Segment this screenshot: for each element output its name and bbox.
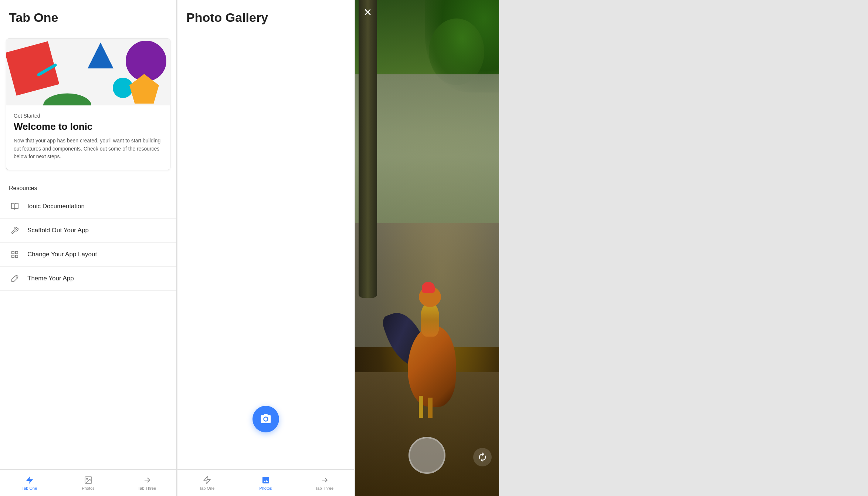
tab1-tab-photos[interactable]: Photos	[59, 470, 118, 496]
svg-marker-5	[26, 476, 33, 484]
tab2-tab-three[interactable]: Tab Three	[295, 470, 354, 496]
camera-background	[355, 0, 499, 496]
hero-illustration	[6, 39, 170, 105]
hero-content: Get Started Welcome to Ionic Now that yo…	[6, 105, 170, 170]
rooster-silhouette	[400, 274, 467, 407]
resource-item-layout[interactable]: Change Your App Layout	[0, 243, 176, 267]
resource-label-docs: Ionic Documentation	[27, 203, 85, 210]
tree-trunk	[359, 0, 377, 298]
resource-label-layout: Change Your App Layout	[27, 251, 97, 258]
shape-purple-circle	[126, 41, 166, 81]
svg-rect-1	[16, 252, 18, 254]
tab1-label-photos: Photos	[82, 486, 94, 490]
book-icon	[9, 200, 21, 212]
tab1-label-one: Tab One	[22, 486, 37, 490]
panel-camera: ✕	[355, 0, 499, 496]
shape-cyan-circle	[113, 78, 133, 98]
panel2-title: Photo Gallery	[186, 10, 345, 25]
svg-rect-0	[12, 252, 14, 254]
close-icon: ✕	[363, 7, 372, 18]
tab2-label-one: Tab One	[199, 486, 215, 490]
rooster-leg2	[428, 398, 433, 418]
tab-bar-2: Tab One Photos Tab Three	[177, 469, 354, 496]
svg-rect-3	[16, 255, 18, 257]
wrench-icon	[9, 225, 21, 236]
camera-close-button[interactable]: ✕	[361, 6, 374, 19]
paint-icon	[9, 273, 21, 284]
grid-icon	[9, 249, 21, 260]
rooster-comb	[422, 282, 435, 293]
hero-card: Get Started Welcome to Ionic Now that yo…	[6, 38, 170, 170]
tab2-label-three: Tab Three	[315, 486, 333, 490]
svg-line-4	[16, 277, 17, 278]
gallery-body	[177, 31, 354, 469]
panel1-header: Tab One	[0, 0, 176, 31]
svg-marker-8	[204, 476, 210, 484]
tab1-label-three: Tab Three	[138, 486, 156, 490]
hero-desc: Now that your app has been created, you'…	[14, 137, 163, 161]
tab-bar-1: Tab One Photos Tab Three	[0, 469, 176, 496]
svg-rect-2	[12, 255, 14, 257]
camera-flip-button[interactable]	[473, 448, 492, 466]
resource-item-scaffold[interactable]: Scaffold Out Your App	[0, 219, 176, 243]
tab1-tab-one[interactable]: Tab One	[0, 470, 59, 496]
shutter-button[interactable]	[408, 437, 445, 474]
tab2-tab-photos[interactable]: Photos	[236, 470, 295, 496]
panel-tab-one: Tab One Get Started Welcome to Ionic Now…	[0, 0, 177, 496]
panel-photo-gallery: Photo Gallery Tab One Photos	[177, 0, 354, 496]
rooster-neck	[421, 303, 439, 337]
resource-item-docs[interactable]: Ionic Documentation	[0, 195, 176, 219]
tab1-tab-three[interactable]: Tab Three	[118, 470, 176, 496]
resource-label-scaffold: Scaffold Out Your App	[27, 227, 89, 234]
resource-item-theme[interactable]: Theme Your App	[0, 267, 176, 291]
resource-label-theme: Theme Your App	[27, 275, 74, 282]
shape-blue-triangle	[88, 43, 113, 68]
tab2-label-photos: Photos	[259, 486, 272, 490]
capture-button[interactable]	[252, 406, 279, 432]
panel1-title: Tab One	[9, 10, 167, 25]
resources-heading: Resources	[0, 178, 176, 195]
hero-title: Welcome to Ionic	[14, 121, 163, 132]
rooster-leg1	[419, 396, 423, 418]
tab2-tab-one[interactable]: Tab One	[177, 470, 236, 496]
hero-label: Get Started	[14, 113, 163, 119]
panel2-header: Photo Gallery	[177, 0, 354, 31]
svg-point-7	[87, 478, 88, 479]
